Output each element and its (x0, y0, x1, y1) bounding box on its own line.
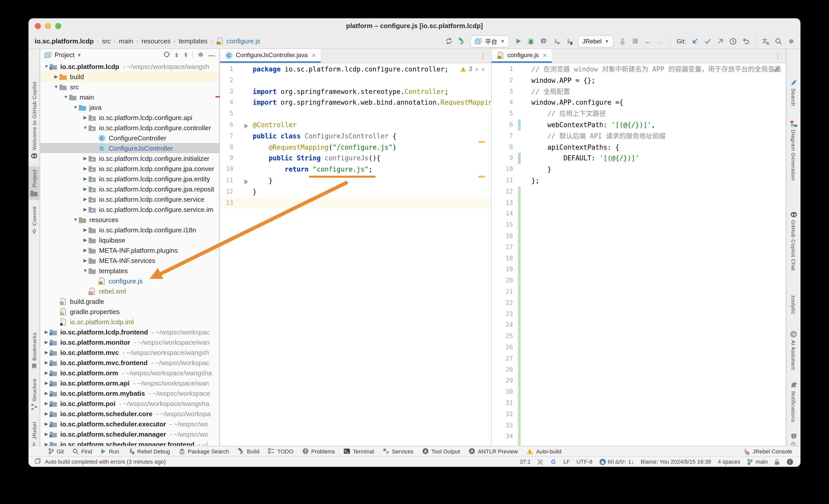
project-view-selector[interactable]: Project ▼ (55, 51, 82, 59)
tree-item-io-sc-platform-lcdp-configure-jpa-entity[interactable]: ▶io.sc.platform.lcdp.configure.jpa.entit… (40, 174, 219, 184)
next-problem-icon[interactable]: ∨ (481, 66, 485, 72)
search-everywhere-button[interactable] (774, 35, 783, 47)
tree-item-io-sc-platform-lcdp-configure-jpa-reposit[interactable]: ▶io.sc.platform.lcdp.configure.jpa.repos… (40, 184, 219, 194)
status-widget-main[interactable]: main (747, 458, 768, 465)
run-with-coverage-button[interactable] (540, 35, 548, 47)
tree-item-io-sc-platform-mvc[interactable]: ▶io.sc.platform.mvc- ~/wspsc/workspace/w… (40, 347, 219, 357)
tool-window-button-tool-output[interactable]: ATool Output (422, 448, 460, 455)
translate-button[interactable]: 文A (762, 35, 770, 47)
tool-stripe-github-copilot-chat[interactable]: GitHub Copilot Chat (787, 211, 800, 271)
tree-item-io-sc-platform-lcdp-configure-initializer[interactable]: ▶io.sc.platform.lcdp.configure.initializ… (40, 153, 219, 164)
tree-item-java[interactable]: ▼java (40, 102, 219, 112)
tree-item-io-sc-platform-lcdp-iml[interactable]: io.sc.platform.lcdp.iml (40, 317, 219, 327)
history-button[interactable] (729, 35, 737, 47)
tree-item-meta-inf-platform-plugins[interactable]: ▶META-INF.platform.plugins (40, 245, 219, 255)
tool-stripe-bookmarks[interactable]: Bookmarks (29, 332, 39, 369)
editor-tab-configurejscontroller-java[interactable]: CConfigureJsController.java× (220, 49, 321, 63)
tool-window-button-find[interactable]: Find (72, 448, 92, 454)
tool-window-button-services[interactable]: Services (383, 448, 413, 455)
tree-item-io-sc-platform-orm-api[interactable]: ▶io.sc.platform.orm.api- ~/wspsc/workspa… (40, 378, 219, 388)
tree-item-configurejscontroller[interactable]: CConfigureJsController (40, 143, 219, 153)
tool-stripe-zoolytic[interactable]: zoolytic (787, 295, 800, 314)
tool-window-button-build[interactable]: Build (238, 448, 259, 455)
tree-item-configurecontroller[interactable]: CConfigureController (40, 133, 219, 143)
tool-stripe-commit[interactable]: Commit (29, 206, 39, 235)
fold-arrow-icon[interactable] (245, 123, 248, 129)
tree-chevron-icon[interactable]: ▶ (82, 227, 88, 232)
code-area[interactable]: 12345678910111213package io.sc.platform.… (220, 64, 491, 446)
editor-java[interactable]: CConfigureJsController.java×⋮12345678910… (220, 49, 491, 446)
inspection-widget[interactable] (772, 66, 780, 72)
panel-options-button[interactable] (197, 51, 204, 60)
tree-chevron-icon[interactable]: ▶ (43, 370, 49, 375)
tool-window-button-terminal[interactable]: Terminal (344, 448, 374, 455)
run-configuration-select[interactable]: 平台▼ (470, 35, 509, 47)
tool-window-button-problems[interactable]: Problems (302, 448, 335, 455)
tree-chevron-icon[interactable]: ▶ (82, 156, 88, 161)
tree-chevron-icon[interactable]: ▶ (53, 74, 59, 79)
close-tab-icon[interactable]: × (312, 51, 316, 59)
breadcrumb-item[interactable]: resources (141, 37, 171, 45)
tree-item-build-gradle[interactable]: Gbuild.gradle (40, 296, 219, 307)
tree-item-io-sc-platform-lcdp-configure-jpa-conver[interactable]: ▶io.sc.platform.lcdp.configure.jpa.conve… (40, 164, 219, 174)
status-widget-utf-8[interactable]: UTF-8 (577, 459, 592, 465)
tool-window-button-auto-build[interactable]: Auto-build (527, 448, 562, 454)
jrebel-run-button[interactable] (552, 35, 561, 47)
tree-item-io-sc-platform-lcdp-configure-service-im[interactable]: ▶io.sc.platform.lcdp.configure.service.i… (40, 204, 219, 214)
tree-chevron-icon[interactable]: ▶ (82, 248, 88, 253)
tree-item-rebel-xml[interactable]: <>rebel.xml (40, 286, 219, 296)
tool-window-button-antlr-preview[interactable]: AANTLR Preview (469, 448, 518, 455)
tree-chevron-icon[interactable]: ▶ (82, 238, 88, 243)
tree-chevron-icon[interactable]: ▶ (43, 329, 49, 334)
tree-chevron-icon[interactable]: ▼ (53, 84, 59, 89)
tool-window-button-run[interactable]: Run (101, 448, 119, 454)
tree-item-io-sc-platform-scheduler-manager[interactable]: ▶io.sc.platform.scheduler.manager- ~/wsp… (40, 429, 219, 439)
editor-tab-configure-js[interactable]: JSconfigure.js× (492, 49, 552, 63)
tool-stripe-search[interactable]: Search (787, 80, 800, 106)
tool-window-button-package-search[interactable]: Package Search (179, 448, 229, 455)
tool-stripe-notifications[interactable]: Notifications (787, 382, 800, 422)
debug-button[interactable] (527, 35, 535, 47)
tree-chevron-icon[interactable]: ▶ (43, 401, 49, 406)
breadcrumb-item[interactable]: templates (179, 37, 208, 45)
tree-item-liquibase[interactable]: ▶liquibase (40, 235, 219, 245)
breadcrumb-item[interactable]: main (119, 37, 133, 45)
tree-item-io-sc-platform-monitor[interactable]: ▶io.sc.platform.monitor- ~/wspsc/workspa… (40, 337, 219, 347)
status-widget-blame-you-2024-8-15-16-38[interactable]: Blame: You 2024/8/15 16:38 (641, 459, 711, 465)
tree-chevron-icon[interactable]: ▶ (82, 196, 88, 202)
tree-item-io-sc-platform-poi[interactable]: ▶io.sc.platform.poi- ~/wspsc/workspace/w… (40, 398, 219, 408)
tool-stripe-ai-assistant[interactable]: AI Assistant (787, 331, 800, 370)
tree-chevron-icon[interactable]: ▼ (72, 217, 79, 222)
breadcrumb-item[interactable]: src (102, 37, 111, 45)
close-tab-icon[interactable]: × (543, 51, 547, 59)
tree-item-meta-inf-services[interactable]: ▶META-INF.services (40, 255, 219, 265)
tree-chevron-icon[interactable]: ▶ (82, 166, 88, 171)
tree-item-main[interactable]: ▼main (40, 92, 219, 102)
navigate-back-button[interactable]: ← (644, 35, 652, 47)
tree-chevron-icon[interactable]: ▶ (43, 350, 49, 355)
status-widget-alert[interactable] (787, 458, 793, 465)
tree-item-io-sc-platform-scheduler-core[interactable]: ▶io.sc.platform.scheduler.core- ~/wspsc/… (40, 408, 219, 419)
tab-options-icon[interactable]: ⋮ (480, 52, 491, 60)
tree-chevron-icon[interactable]: ▼ (82, 125, 88, 130)
tree-chevron-icon[interactable]: ▼ (63, 95, 69, 100)
tree-chevron-icon[interactable]: ▶ (82, 186, 88, 191)
tree-chevron-icon[interactable]: ▶ (43, 360, 49, 365)
tree-item-build[interactable]: ▶build (40, 71, 219, 82)
git-update-button[interactable] (691, 35, 699, 47)
breadcrumb-item[interactable]: configure.js (226, 37, 260, 45)
tool-window-button-todo[interactable]: TODO (268, 448, 293, 455)
status-widget-60-0-1-[interactable]: 60 Δ/0↑ 1↓ (599, 458, 634, 465)
fold-arrow-icon[interactable] (245, 179, 248, 184)
prev-problem-icon[interactable]: ∧ (475, 66, 479, 72)
tree-chevron-icon[interactable]: ▶ (43, 442, 49, 446)
run-button[interactable] (514, 35, 522, 47)
tree-chevron-icon[interactable]: ▼ (43, 64, 49, 69)
status-widget-google[interactable]: G (550, 459, 557, 465)
tree-chevron-icon[interactable]: ▼ (72, 105, 79, 110)
tree-item-io-sc-platform-scheduler-manager-frontend[interactable]: ▶io.sc.platform.scheduler.manager.fronte… (40, 439, 219, 446)
tree-chevron-icon[interactable]: ▶ (43, 381, 49, 386)
breadcrumb-item[interactable]: io.sc.platform.lcdp (35, 37, 94, 45)
tree-chevron-icon[interactable]: ▶ (43, 411, 49, 416)
jrebel-debug-button[interactable] (565, 35, 573, 47)
